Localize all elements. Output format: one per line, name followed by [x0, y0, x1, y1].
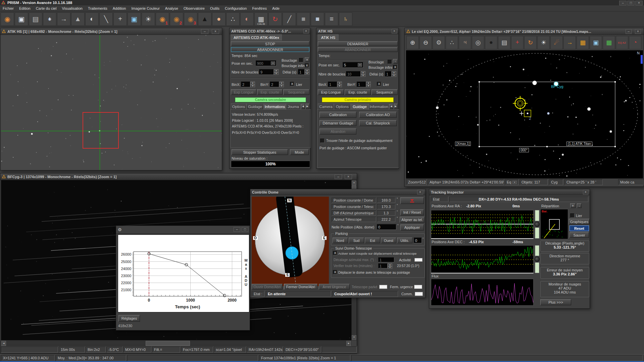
slice-icon[interactable]: ╲ — [99, 12, 113, 26]
saturn-icon[interactable]: ♄ — [339, 12, 352, 26]
image-overlay-icon[interactable]: ▣ — [590, 36, 602, 49]
gears-icon[interactable]: ⚙ — [433, 36, 445, 49]
chevron-down-icon[interactable]: ▼ — [512, 181, 517, 184]
scroll-up-icon[interactable]: ▲ — [352, 180, 356, 185]
verifier-input[interactable]: 1 — [378, 263, 388, 268]
globe-icon[interactable]: ◎ — [472, 36, 484, 49]
maximize-icon[interactable]: □ — [242, 227, 248, 232]
target-slew-icon[interactable]: + — [511, 36, 524, 49]
app-close-button[interactable]: × — [635, 1, 643, 5]
sky-titlebar[interactable]: Le ciel EQ.2000, Zoom=512, Alpha= 19h24m… — [405, 28, 644, 35]
calib-icon[interactable]: ▦CALIB — [254, 12, 268, 26]
sky-status-frame-select[interactable]: Eq ▼ — [505, 179, 519, 185]
scroll-left-icon[interactable]: ◀ — [1, 341, 6, 346]
mount-goto-icon[interactable]: → — [57, 12, 70, 26]
dome-titlebar[interactable]: Contrôle Dome × — [250, 189, 425, 195]
biny-input[interactable]: 1 — [357, 82, 366, 87]
camera-2-icon[interactable]: ◉2 — [170, 12, 183, 26]
eq-az-icon[interactable]: EQ AZ — [616, 36, 628, 49]
star-field-icon[interactable]: ∴ — [226, 12, 240, 26]
decalage-input[interactable]: 1 — [378, 257, 394, 262]
goto-arrow-icon[interactable]: → — [563, 36, 576, 49]
menu-item-imagerie-couleur[interactable]: Imagerie Couleur — [129, 6, 162, 11]
biny-input[interactable]: 2 — [270, 82, 279, 87]
repartition-plus-button[interactable]: + — [570, 203, 576, 208]
menu-item-analyse[interactable]: Analyse — [162, 6, 181, 11]
abandon-button[interactable]: Abandon — [319, 128, 356, 135]
menu-item-fichier[interactable]: Fichier — [0, 6, 16, 11]
planets-icon[interactable]: ♃ — [459, 36, 471, 49]
scrollbar-thumb[interactable] — [146, 341, 190, 346]
print-icon[interactable]: ▤ — [498, 36, 510, 49]
open-dome-button[interactable]: Ouvrir Dome/Abri — [252, 284, 283, 290]
close-icon[interactable]: × — [212, 29, 219, 34]
close-icon[interactable]: × — [303, 29, 309, 34]
bfcyg-titlebar[interactable]: BFCyg-3 | 1374x1099 - Monochrome - Réels… — [0, 173, 357, 180]
start-button[interactable]: DEMARRER — [318, 41, 398, 46]
artemis-titlebar[interactable]: ARTEMIS CCD ATIK-460ex -> -5.0°... × — [230, 28, 310, 34]
menu-item-aide[interactable]: Aide — [269, 6, 282, 11]
minimize-icon[interactable]: – — [201, 29, 208, 34]
tracking-titlebar[interactable]: Tracking Inspector × — [429, 189, 590, 195]
menu-item-configuration[interactable]: Configuration — [222, 6, 249, 11]
boucles-stepper[interactable]: ▲▼ — [361, 71, 365, 77]
slider-knob[interactable] — [535, 222, 540, 227]
parking-ouest[interactable]: Ouest — [381, 238, 396, 243]
atik-image-canvas[interactable] — [1, 35, 222, 170]
sequence-button[interactable]: Sequence — [283, 89, 309, 95]
binx-input[interactable]: 1 — [328, 82, 337, 87]
plus-more-button[interactable]: Plus >>> — [540, 299, 571, 305]
chevron-down-icon[interactable]: ▼ — [358, 63, 362, 67]
ra-graph-scale-slider[interactable] — [535, 210, 540, 239]
abort-button[interactable]: ABANDONNER — [231, 47, 309, 52]
camera-icon[interactable]: ◉ — [1, 12, 14, 26]
graphiques-button[interactable]: Graphiques — [569, 219, 590, 224]
delai-input[interactable]: 1 — [385, 71, 392, 77]
exp-courte-button[interactable]: Exp. courte — [257, 89, 283, 95]
new-position-input[interactable]: 0 — [377, 224, 396, 230]
tab-informations[interactable]: Informations — [264, 103, 286, 109]
reset-button[interactable]: Reset — [569, 225, 589, 231]
app-minimize-button[interactable]: – — [619, 1, 627, 5]
menu-item-carte-du-ciel[interactable]: Carte du ciel — [33, 6, 59, 11]
export-image-icon[interactable]: ▤ — [29, 12, 42, 26]
minimize-icon[interactable]: – — [626, 29, 632, 34]
suivi-checkbox[interactable]: X — [333, 251, 337, 255]
cube-icon[interactable]: ■ — [297, 12, 310, 26]
minimize-icon[interactable]: – — [335, 174, 342, 179]
glove-icon[interactable]: ● — [212, 12, 226, 26]
tab-guidage[interactable]: Guidage — [351, 103, 369, 109]
save-icon[interactable]: ▣ — [15, 12, 28, 26]
cube-light-icon[interactable]: ■ — [311, 12, 324, 26]
close-icon[interactable]: × — [417, 190, 423, 195]
dec-graph-scale-slider[interactable] — [535, 245, 540, 273]
pose-select[interactable]: 5 ▼ — [343, 62, 363, 68]
parking-nord[interactable]: Nord — [333, 238, 348, 243]
align-stars-icon[interactable]: ▲ — [71, 12, 85, 26]
zoom-out-icon[interactable]: ⊖ — [419, 36, 432, 49]
abort-button[interactable]: ABANDONNER — [318, 47, 398, 52]
app-maximize-button[interactable]: □ — [627, 1, 635, 5]
align-telescope-button[interactable]: Aligner au tel. — [400, 217, 425, 223]
flip-icon[interactable]: ↻ — [524, 36, 537, 49]
pose-select[interactable]: 900 ▼ — [256, 60, 277, 66]
constellation-icon[interactable]: ∴ — [446, 36, 458, 49]
close-icon[interactable]: × — [392, 29, 397, 34]
menu-item-observatoire[interactable]: Observatoire — [181, 6, 207, 11]
phase-icon[interactable]: ◐ — [85, 12, 99, 26]
tab-information[interactable]: Information — [369, 103, 389, 109]
cancel-pose-button[interactable]: × — [305, 57, 309, 62]
tab-scroll-left-button[interactable]: ◀ — [389, 104, 393, 109]
init-reset-button[interactable]: Init / Reset — [400, 209, 424, 215]
binx-stepper[interactable]: ▲▼ — [337, 82, 342, 87]
screen-capture-icon[interactable]: ▣ — [128, 12, 141, 26]
artemis-tab[interactable]: ARTEMIS CCD ATIK-460ex — [231, 34, 282, 41]
menu-item-outils[interactable]: Outils — [207, 6, 222, 11]
camera-1-icon[interactable]: ◉1 — [156, 12, 169, 26]
repartition-minus-button[interactable]: - — [577, 203, 582, 208]
fan-gear-icon[interactable]: ☀ — [142, 12, 155, 26]
exp-courte-button[interactable]: Exp. courte — [345, 89, 371, 95]
atikhs-tab[interactable]: ATIK HS — [318, 34, 339, 41]
calibration-ao-button[interactable]: Calibration AO — [359, 112, 397, 118]
delai-input[interactable]: 1 — [298, 69, 305, 75]
